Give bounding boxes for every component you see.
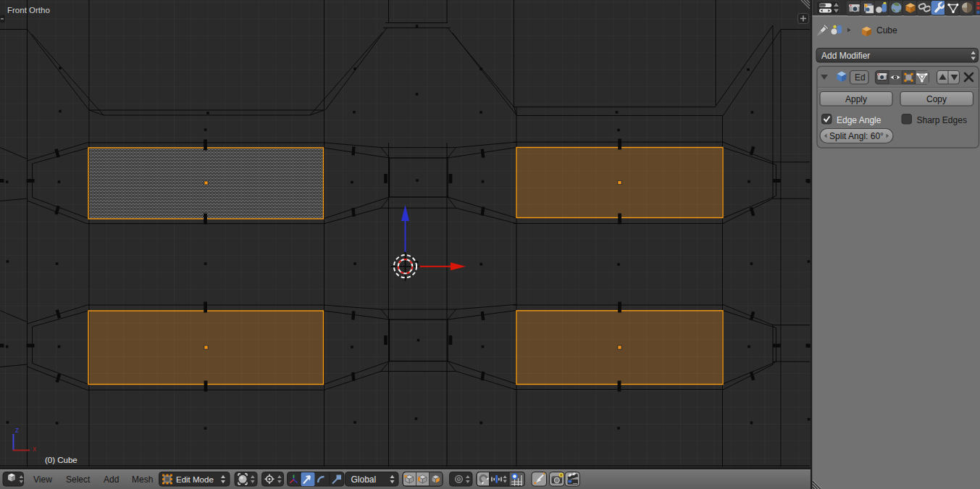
svg-text:Copy: Copy <box>926 94 947 104</box>
svg-text:Split Angl: 60°: Split Angl: 60° <box>829 131 884 141</box>
svg-text:Global: Global <box>351 475 377 485</box>
svg-text:Add: Add <box>104 475 119 485</box>
svg-text:z: z <box>15 426 19 434</box>
svg-text:Edit Mode: Edit Mode <box>176 475 214 484</box>
svg-text:Mesh: Mesh <box>132 475 153 485</box>
svg-text:Cube: Cube <box>876 25 897 35</box>
svg-text:Front Ortho: Front Ortho <box>7 6 50 14</box>
svg-text:Sharp Edges: Sharp Edges <box>917 115 967 125</box>
svg-text:Select: Select <box>66 475 91 485</box>
svg-text:View: View <box>33 475 52 485</box>
svg-text:x: x <box>33 445 36 453</box>
svg-text:Add Modifier: Add Modifier <box>821 51 870 61</box>
svg-text:Apply: Apply <box>845 94 867 104</box>
svg-text:Edge Angle: Edge Angle <box>837 115 881 125</box>
svg-text:(0) Cube: (0) Cube <box>45 456 78 464</box>
svg-text:Ed: Ed <box>855 72 866 83</box>
